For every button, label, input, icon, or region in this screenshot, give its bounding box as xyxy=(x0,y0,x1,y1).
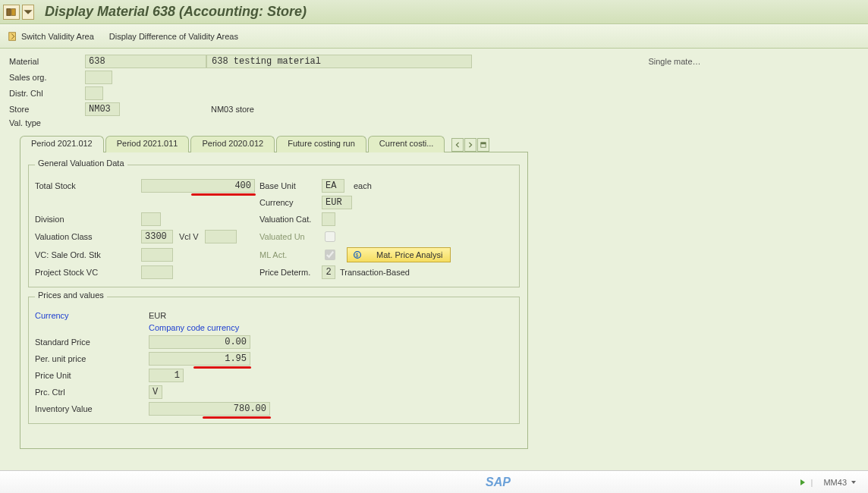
cc-currency-link[interactable]: Company code currency xyxy=(149,323,270,332)
mat-price-analysis-label: Mat. Price Analysi xyxy=(376,250,442,259)
price-determ-label: Price Determ. xyxy=(255,268,322,277)
base-unit-desc: each xyxy=(349,181,372,190)
tab-current-costing[interactable]: Current costi... xyxy=(368,136,445,152)
tab-period-2020-012[interactable]: Period 2020.012 xyxy=(190,136,275,152)
switch-icon xyxy=(8,31,18,42)
tabs-scroll-right[interactable] xyxy=(464,138,476,152)
inv-value-label: Inventory Value xyxy=(35,404,149,413)
base-unit-field: EA xyxy=(322,179,344,193)
switch-validity-button[interactable]: Switch Validity Area xyxy=(8,31,94,42)
distr-chl-label: Distr. Chl xyxy=(9,89,85,98)
valuated-un-checkbox xyxy=(325,231,335,242)
project-stock-field xyxy=(141,265,173,279)
price-determ-desc: Transaction-Based xyxy=(340,268,410,277)
price-unit-field: 1 xyxy=(149,369,184,382)
gv-group-title: General Valuation Data xyxy=(35,159,127,168)
store-desc-label: NM03 store xyxy=(206,105,404,114)
single-mate-label: Single mate… xyxy=(639,57,859,66)
store-label: Store xyxy=(9,105,85,114)
std-price-label: Standard Price xyxy=(35,338,149,347)
valuation-cat-field xyxy=(322,212,335,226)
ml-act-checkbox xyxy=(325,250,335,260)
svg-text:$: $ xyxy=(355,253,358,258)
title-bar: Display Material 638 (Accounting: Store) xyxy=(0,0,868,24)
vcl-v-field xyxy=(205,230,237,243)
inv-value-field: 780.00 xyxy=(149,402,270,416)
price-determ-field: 2 xyxy=(322,265,335,279)
material-label: Material xyxy=(9,57,85,66)
material-view-icon[interactable] xyxy=(3,5,20,20)
distr-chl-field xyxy=(85,86,103,100)
status-bar: SAP | MM43 xyxy=(0,470,868,473)
total-stock-label: Total Stock xyxy=(35,181,141,190)
base-unit-label: Base Unit xyxy=(255,181,322,190)
division-field xyxy=(141,212,161,226)
display-diff-button[interactable]: Display Difference of Validity Areas xyxy=(109,32,238,41)
pv-group-title: Prices and values xyxy=(35,290,107,300)
svg-rect-4 xyxy=(481,143,486,144)
pv-currency-label[interactable]: Currency xyxy=(35,311,149,320)
tab-period-2021-011[interactable]: Period 2021.011 xyxy=(105,136,190,152)
page-title: Display Material 638 (Accounting: Store) xyxy=(45,4,307,20)
sales-org-field xyxy=(85,71,112,84)
material-desc-field: 638 testing material xyxy=(206,55,472,68)
ml-act-label: ML Act. xyxy=(255,250,322,259)
mat-price-analysis-button[interactable]: $ Mat. Price Analysi xyxy=(347,247,451,262)
analysis-icon: $ xyxy=(352,250,363,260)
project-stock-label: Project Stock VC xyxy=(35,268,141,277)
valuation-class-label: Valuation Class xyxy=(35,232,141,241)
currency-field: EUR xyxy=(322,196,352,209)
material-field: 638 xyxy=(85,55,206,68)
store-field: NM03 xyxy=(85,102,120,116)
svg-rect-0 xyxy=(7,8,11,15)
tab-period-2021-012[interactable]: Period 2021.012 xyxy=(20,136,104,152)
valuated-un-label: Valuated Un xyxy=(255,232,322,241)
switch-validity-label: Switch Validity Area xyxy=(21,32,94,41)
tabs-menu[interactable] xyxy=(477,138,489,152)
price-unit-label: Price Unit xyxy=(35,371,149,380)
division-label: Division xyxy=(35,215,141,224)
vc-sale-ord-field xyxy=(141,248,173,262)
std-price-field: 0.00 xyxy=(149,335,250,349)
prc-ctrl-label: Prc. Ctrl xyxy=(35,388,149,397)
tab-future-costing[interactable]: Future costing run xyxy=(276,136,366,152)
app-toolbar: Switch Validity Area Display Difference … xyxy=(0,24,868,49)
valuation-cat-label: Valuation Cat. xyxy=(255,215,322,224)
display-diff-label: Display Difference of Validity Areas xyxy=(109,32,238,41)
per-unit-field: 1.95 xyxy=(149,352,250,366)
total-stock-field: 400 xyxy=(141,179,255,193)
dropdown-icon[interactable] xyxy=(22,5,34,20)
val-type-label: Val. type xyxy=(9,118,85,127)
tabs-scroll-left[interactable] xyxy=(451,138,464,152)
vcl-v-label: Vcl V xyxy=(179,232,199,241)
valuation-class-field: 3300 xyxy=(141,230,173,243)
vc-sale-ord-label: VC: Sale Ord. Stk xyxy=(35,250,141,259)
sales-org-label: Sales org. xyxy=(9,73,85,82)
pv-currency-value: EUR xyxy=(149,311,270,320)
prc-ctrl-field: V xyxy=(149,385,162,399)
svg-rect-1 xyxy=(11,8,15,15)
currency-label: Currency xyxy=(255,198,322,207)
per-unit-label: Per. unit price xyxy=(35,354,149,363)
